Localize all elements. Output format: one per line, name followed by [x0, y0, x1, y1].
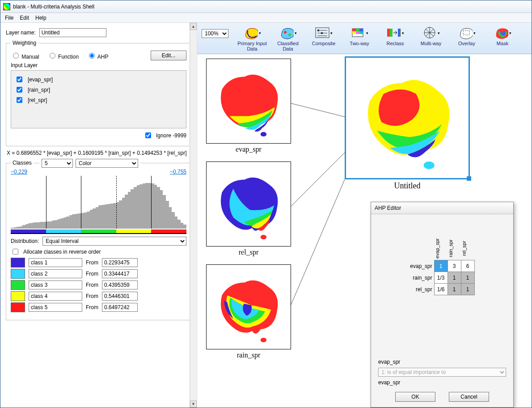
- class-from-input[interactable]: [102, 269, 138, 278]
- class-name-input[interactable]: [29, 292, 82, 301]
- radio-manual[interactable]: Manual: [11, 51, 39, 60]
- svg-point-27: [261, 338, 267, 342]
- multi-way-icon: [422, 26, 440, 40]
- title-bar: blank - Multi-criteria Analysis Shell: [0, 0, 532, 13]
- menu-edit[interactable]: Edit: [20, 15, 29, 21]
- ahp-cell[interactable]: 1: [434, 260, 448, 272]
- ahp-cell[interactable]: 1: [448, 272, 461, 284]
- ahp-cell[interactable]: 1: [461, 272, 474, 284]
- class-swatch[interactable]: [11, 302, 25, 312]
- class-name-input[interactable]: [29, 258, 82, 267]
- left-scrollbar[interactable]: ▲ ▼: [190, 23, 197, 408]
- allocate-reverse-label: Allocate classes in reverse order: [23, 249, 101, 255]
- tool-composite[interactable]: Composite: [308, 26, 339, 51]
- ahp-cell[interactable]: 1/3: [434, 272, 448, 284]
- svg-rect-16: [390, 29, 393, 37]
- thumb-evap[interactable]: [206, 59, 291, 144]
- app-icon: [3, 3, 10, 10]
- tool-classified-data[interactable]: Classified Data: [272, 26, 304, 51]
- edit-button[interactable]: Edit...: [151, 51, 186, 60]
- primary-input-data-icon: [243, 26, 261, 40]
- class-from-input[interactable]: [102, 258, 138, 267]
- class-name-input[interactable]: [29, 280, 82, 289]
- formula-text: X = 0.6896552 * [evap_spr] + 0.1609195 *…: [7, 150, 190, 156]
- allocate-reverse-check[interactable]: [13, 249, 18, 255]
- svg-point-1: [288, 34, 291, 36]
- range-min-link[interactable]: ~0.229: [11, 169, 27, 175]
- ahp-cell[interactable]: 6: [461, 260, 474, 272]
- svg-point-31: [423, 162, 434, 170]
- connector-lines: [291, 54, 354, 367]
- right-panel: 100% Primary Input DataClassified DataCo…: [197, 23, 532, 408]
- tool-two-way[interactable]: Two-way: [344, 26, 375, 51]
- svg-point-0: [284, 31, 287, 34]
- menu-file[interactable]: File: [5, 15, 13, 21]
- app-window: blank - Multi-criteria Analysis Shell Fi…: [0, 0, 532, 408]
- layer-label: [evap_spr]: [28, 76, 53, 83]
- color-ramp-select[interactable]: Color: [76, 159, 138, 168]
- svg-rect-14: [359, 31, 363, 34]
- layer-check-rel[interactable]: [17, 97, 22, 103]
- scroll-up-icon[interactable]: ▲: [190, 23, 197, 30]
- svg-rect-13: [356, 31, 359, 34]
- from-label: From: [86, 271, 98, 277]
- input-layer-list: [evap_spr] [rain_spr] [rel_spr]: [11, 70, 186, 128]
- distribution-label: Distribution:: [11, 238, 39, 244]
- class-swatch[interactable]: [11, 269, 25, 279]
- class-name-input[interactable]: [29, 269, 82, 278]
- canvas[interactable]: evap_spr rel_spr rain_spr: [197, 54, 532, 408]
- classes-count-select[interactable]: 5: [42, 159, 73, 168]
- composite-icon: [315, 26, 333, 40]
- ahp-matrix[interactable]: evap_spr rain_spr rel_spr evap_spr136rai…: [410, 237, 474, 295]
- distribution-select[interactable]: Equal Interval: [42, 237, 186, 246]
- svg-rect-10: [356, 29, 359, 31]
- radio-function[interactable]: Function: [47, 51, 79, 60]
- tool-multi-way[interactable]: Multi-way: [415, 26, 447, 51]
- range-max-link[interactable]: ~0.755: [170, 169, 186, 175]
- tool-overlay[interactable]: Overlay: [451, 26, 482, 51]
- thumb-rel[interactable]: [206, 162, 291, 246]
- left-panel: Layer name: Weighting Manual Function AH…: [0, 23, 197, 408]
- svg-line-29: [291, 153, 345, 206]
- classes-group: Classes 5 Color ~0.229 ~0.755: [6, 160, 191, 320]
- class-from-input[interactable]: [102, 292, 138, 301]
- menu-help[interactable]: Help: [35, 15, 46, 21]
- class-name-input[interactable]: [29, 303, 82, 312]
- result-thumb[interactable]: [345, 56, 470, 179]
- ahp-cell[interactable]: 1: [448, 284, 461, 295]
- ok-button[interactable]: OK: [395, 392, 435, 402]
- tool-primary-input-data[interactable]: Primary Input Data: [236, 26, 268, 51]
- from-label: From: [86, 282, 98, 288]
- class-from-input[interactable]: [102, 303, 138, 312]
- class-swatch[interactable]: [11, 280, 25, 290]
- zoom-select[interactable]: 100%: [202, 29, 228, 38]
- radio-ahp[interactable]: AHP: [87, 51, 108, 60]
- two-way-icon: [350, 26, 368, 40]
- class-from-input[interactable]: [102, 280, 138, 289]
- layer-name-input[interactable]: [39, 28, 106, 37]
- svg-rect-15: [387, 29, 390, 37]
- ahp-relation-select[interactable]: 1: is of equal importance to: [378, 368, 506, 377]
- thumb-rain[interactable]: [206, 264, 291, 349]
- ahp-cell[interactable]: 3: [448, 260, 461, 272]
- layer-check-evap[interactable]: [17, 76, 22, 82]
- layer-name-label: Layer name:: [6, 30, 36, 36]
- layer-check-rain[interactable]: [17, 87, 22, 93]
- classified-data-icon: [279, 26, 297, 40]
- tool-reclass[interactable]: Reclass: [380, 26, 411, 51]
- resize-handle[interactable]: [467, 176, 471, 181]
- class-swatch[interactable]: [11, 258, 25, 268]
- svg-rect-7: [321, 32, 323, 34]
- svg-point-25: [261, 132, 267, 136]
- ignore-nodata-check[interactable]: [145, 132, 151, 138]
- svg-line-30: [291, 179, 345, 305]
- class-swatch[interactable]: [11, 291, 25, 301]
- tool-mask[interactable]: Mask: [487, 26, 518, 51]
- ahp-cell[interactable]: 1/6: [434, 284, 448, 295]
- cancel-button[interactable]: Cancel: [449, 392, 489, 402]
- window-title: blank - Multi-criteria Analysis Shell: [13, 4, 94, 10]
- result-label: Untitled: [345, 181, 470, 191]
- scroll-down-icon[interactable]: ▼: [190, 400, 197, 408]
- histogram[interactable]: [11, 176, 186, 234]
- ahp-cell[interactable]: 1: [461, 284, 474, 295]
